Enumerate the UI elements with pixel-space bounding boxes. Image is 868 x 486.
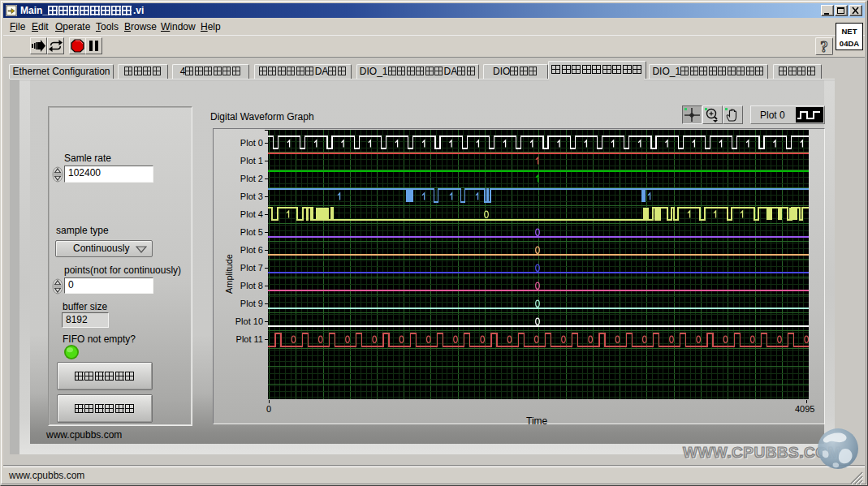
svg-text:?: ?	[820, 38, 828, 54]
